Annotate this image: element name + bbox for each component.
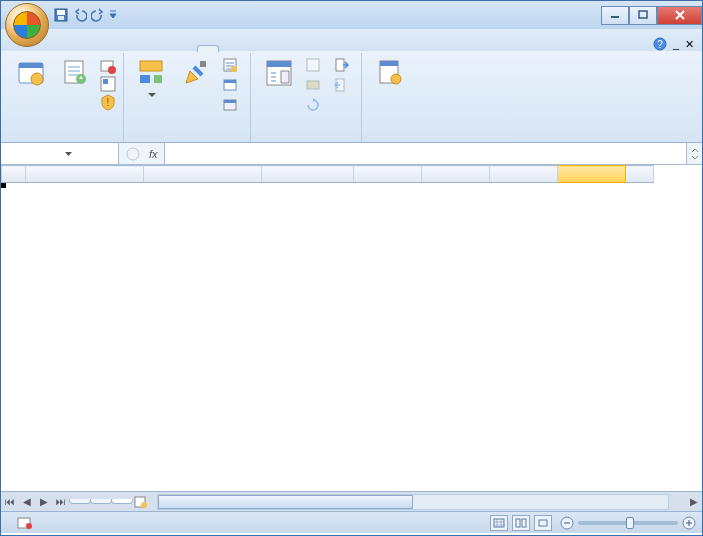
- svg-point-36: [127, 148, 139, 160]
- tab-load-test[interactable]: [219, 45, 239, 51]
- import-button[interactable]: [331, 55, 355, 75]
- sheet-tab-bar: ⏮ ◀ ▶ ⏭ ▶: [1, 491, 702, 511]
- tab-view[interactable]: [177, 45, 197, 51]
- horizontal-scrollbar[interactable]: [157, 494, 669, 510]
- svg-rect-15: [103, 79, 108, 84]
- map-properties-icon: [305, 57, 321, 73]
- close-button[interactable]: [657, 6, 702, 25]
- name-box[interactable]: [1, 143, 119, 164]
- help-icon[interactable]: ?: [653, 37, 667, 51]
- svg-text:!: !: [107, 97, 110, 108]
- tab-review[interactable]: [157, 45, 177, 51]
- col-header-D[interactable]: [354, 166, 422, 183]
- insert-controls-icon: [136, 57, 168, 89]
- svg-text:?: ?: [657, 39, 663, 50]
- export-button[interactable]: [331, 75, 355, 95]
- col-header-H[interactable]: [626, 166, 654, 183]
- minimize-ribbon-icon[interactable]: _: [673, 38, 679, 50]
- ribbon-group-modify: [364, 53, 416, 142]
- sheet-tab-3[interactable]: [111, 499, 133, 504]
- tab-page-layout[interactable]: [97, 45, 117, 51]
- view-code-button[interactable]: [220, 75, 244, 95]
- run-dialog-button[interactable]: [220, 95, 244, 115]
- dropdown-icon: [148, 93, 156, 97]
- col-header-B[interactable]: [144, 166, 262, 183]
- next-sheet-icon[interactable]: ▶: [35, 493, 52, 510]
- doc-close-icon[interactable]: ✕: [685, 38, 694, 51]
- ribbon: !: [1, 51, 702, 143]
- document-panel-icon: [374, 57, 406, 89]
- qat-customize-icon[interactable]: [109, 10, 117, 20]
- col-header-G[interactable]: [558, 166, 626, 183]
- col-header-C[interactable]: [262, 166, 354, 183]
- col-header-F[interactable]: [490, 166, 558, 183]
- tab-team[interactable]: [239, 45, 259, 51]
- properties-icon: [222, 57, 238, 73]
- zoom-in-icon[interactable]: [682, 516, 696, 530]
- minimize-button[interactable]: [601, 6, 629, 25]
- expand-formula-icon[interactable]: [686, 143, 702, 164]
- svg-rect-28: [267, 61, 291, 67]
- svg-rect-31: [336, 59, 344, 71]
- svg-rect-29: [307, 59, 319, 71]
- col-header-E[interactable]: [422, 166, 490, 183]
- record-macro-icon[interactable]: [99, 57, 117, 75]
- svg-point-40: [26, 523, 32, 529]
- tab-home[interactable]: [57, 45, 77, 51]
- macro-record-icon[interactable]: [17, 516, 33, 530]
- svg-rect-43: [522, 519, 526, 527]
- visual-basic-button[interactable]: [11, 55, 51, 93]
- page-layout-view-icon[interactable]: [512, 515, 530, 531]
- design-mode-button[interactable]: [176, 55, 216, 93]
- col-header-A[interactable]: [26, 166, 144, 183]
- relative-ref-icon[interactable]: [99, 75, 117, 93]
- tab-data[interactable]: [137, 45, 157, 51]
- svg-rect-42: [516, 519, 520, 527]
- prev-sheet-icon[interactable]: ◀: [18, 493, 35, 510]
- formula-input[interactable]: [165, 143, 686, 164]
- svg-point-35: [391, 74, 401, 84]
- sheet-tab-1[interactable]: [69, 499, 91, 504]
- page-break-view-icon[interactable]: [534, 515, 552, 531]
- map-properties-button[interactable]: [303, 55, 327, 75]
- ribbon-tabs: ? _ ✕: [1, 29, 702, 51]
- redo-icon[interactable]: [91, 8, 105, 22]
- properties-button[interactable]: [220, 55, 244, 75]
- normal-view-icon[interactable]: [490, 515, 508, 531]
- last-sheet-icon[interactable]: ⏭: [52, 493, 69, 510]
- fx-icon[interactable]: fx: [149, 148, 158, 160]
- undo-icon[interactable]: [73, 8, 87, 22]
- svg-rect-44: [539, 520, 547, 526]
- tab-insert[interactable]: [77, 45, 97, 51]
- macro-security-icon[interactable]: !: [99, 93, 117, 111]
- svg-rect-1: [57, 10, 65, 15]
- maximize-button[interactable]: [629, 6, 657, 25]
- view-code-icon: [222, 77, 238, 93]
- svg-point-38: [141, 502, 147, 508]
- sheet-tab-2[interactable]: [90, 499, 112, 504]
- quick-access-toolbar: [53, 7, 117, 23]
- new-sheet-icon[interactable]: [132, 493, 149, 510]
- tab-formulas[interactable]: [117, 45, 137, 51]
- macros-button[interactable]: [55, 55, 95, 93]
- tab-developer[interactable]: [197, 45, 219, 52]
- save-icon[interactable]: [53, 7, 69, 23]
- svg-rect-19: [154, 75, 162, 83]
- first-sheet-icon[interactable]: ⏮: [1, 493, 18, 510]
- refresh-data-button[interactable]: [303, 95, 327, 115]
- fill-handle[interactable]: [1, 183, 6, 188]
- insert-button[interactable]: [132, 55, 172, 99]
- zoom-out-icon[interactable]: [560, 516, 574, 530]
- document-panel-button[interactable]: [370, 55, 410, 93]
- cancel-formula-icon[interactable]: [125, 146, 141, 162]
- selection-outline: [1, 183, 5, 187]
- expansion-packs-button[interactable]: [303, 75, 327, 95]
- scroll-right-icon[interactable]: ▶: [685, 493, 702, 510]
- select-all-corner[interactable]: [2, 166, 26, 183]
- svg-rect-26: [224, 100, 236, 103]
- office-button[interactable]: [5, 3, 49, 47]
- zoom-slider[interactable]: [578, 521, 678, 525]
- spreadsheet-grid[interactable]: [1, 165, 702, 491]
- svg-point-13: [108, 66, 116, 74]
- source-button[interactable]: [259, 55, 299, 93]
